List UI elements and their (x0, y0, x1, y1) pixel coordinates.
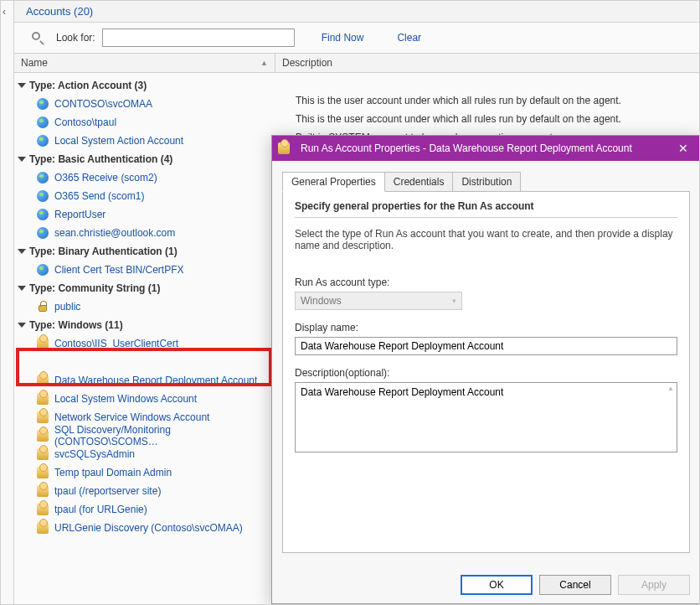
account-label: Temp tpaul Domain Admin (54, 467, 172, 478)
mgr-icon (36, 337, 49, 350)
account-item[interactable]: sean.christie@outlook.com (14, 224, 275, 242)
tab-general-properties[interactable]: General Properties (282, 172, 385, 192)
accounts-tree: Type: Action Account (3)CONTOSO\svcOMAAC… (14, 73, 275, 604)
account-label: Data Warehouse Report Deployment Account (54, 375, 257, 386)
header-bar: Accounts (20) (14, 1, 699, 23)
display-name-label: Display name: (295, 322, 677, 334)
apply-button: Apply (618, 575, 690, 595)
dialog-icon (277, 142, 291, 155)
search-row: Look for: Find Now Clear (14, 23, 699, 53)
group-header[interactable]: Type: Community String (1) (14, 279, 275, 297)
group-label: Type: Binary Authentication (1) (29, 246, 178, 257)
app-window: ‹ Accounts (20) Look for: Find Now Clear… (0, 0, 700, 605)
mgr-icon (36, 466, 49, 479)
dialog-title: Run As Account Properties - Data Warehou… (301, 142, 632, 154)
account-item[interactable]: O365 Receive (scom2) (14, 168, 275, 187)
lock-icon (36, 300, 49, 313)
account-label: Local System Action Account (54, 135, 183, 147)
account-label: tpaul (for URLGenie) (54, 504, 147, 515)
general-properties-panel: Specify general properties for the Run A… (282, 191, 690, 553)
sort-indicator-icon: ▲ (260, 59, 268, 67)
account-item[interactable]: Local System Windows Account (14, 390, 275, 408)
column-name[interactable]: Name ▲ (14, 54, 275, 72)
mgr-icon (36, 503, 49, 516)
mgr-icon (36, 484, 49, 498)
globe-icon (36, 116, 49, 129)
account-item[interactable]: SQL Discovery/Monitoring (CONTOSO\SCOMS… (14, 427, 275, 445)
caret-down-icon (18, 83, 26, 88)
account-item[interactable]: Client Cert Test BIN/CertPFX (14, 261, 275, 279)
search-input[interactable] (102, 28, 295, 47)
caret-down-icon (18, 157, 26, 162)
display-name-input[interactable] (295, 337, 677, 355)
account-item[interactable]: O365 Send (scom1) (14, 187, 275, 205)
account-item[interactable]: svcSQLSysAdmin (14, 445, 275, 463)
account-label: O365 Receive (scom2) (54, 172, 157, 184)
account-label: public (54, 301, 80, 313)
tab-distribution[interactable]: Distribution (452, 172, 521, 192)
group-label: Type: Action Account (3) (29, 80, 147, 91)
cancel-button[interactable]: Cancel (539, 575, 611, 595)
account-item[interactable]: tpaul (for URLGenie) (14, 500, 275, 519)
dialog-titlebar[interactable]: Run As Account Properties - Data Warehou… (272, 136, 700, 161)
group-header[interactable]: Type: Windows (11) (14, 316, 275, 334)
chevron-down-icon: ▾ (452, 297, 456, 305)
account-label: Network Service Windows Account (54, 411, 209, 423)
column-description[interactable]: Description (275, 54, 699, 72)
run-as-account-properties-dialog: Run As Account Properties - Data Warehou… (271, 135, 700, 604)
globe-icon (36, 171, 49, 184)
group-label: Type: Basic Authentication (4) (29, 153, 172, 165)
search-label: Look for: (56, 32, 95, 44)
caret-down-icon (18, 323, 26, 328)
account-item[interactable]: Data Warehouse Report Deployment Account (14, 371, 275, 390)
account-item[interactable]: public (14, 297, 275, 316)
mgr-icon (36, 447, 49, 461)
panel-heading: Specify general properties for the Run A… (295, 200, 677, 218)
account-item[interactable]: Temp tpaul Domain Admin (14, 463, 275, 482)
globe-icon (36, 134, 49, 147)
scrollbar-up-icon[interactable]: ▲ (667, 385, 675, 392)
account-item[interactable]: CONTOSO\svcOMAA (14, 95, 275, 113)
group-label: Type: Community String (1) (29, 282, 160, 294)
caret-down-icon (18, 249, 26, 254)
group-header[interactable]: Type: Basic Authentication (4) (14, 150, 275, 168)
page-title: Accounts (20) (26, 5, 93, 18)
account-item[interactable]: ReportUser (14, 205, 275, 224)
mgr-icon (36, 411, 49, 424)
account-item[interactable]: Local System Action Account (14, 132, 275, 150)
account-label: Client Cert Test BIN/CertPFX (54, 264, 184, 276)
globe-icon (36, 189, 49, 203)
description-textarea[interactable] (295, 382, 677, 452)
back-button[interactable]: ‹ (3, 6, 6, 18)
mgr-icon (36, 374, 49, 387)
account-item[interactable]: Contoso\tpaul (14, 113, 275, 132)
group-header[interactable]: Type: Action Account (3) (14, 76, 275, 95)
description-label: Description(optional): (295, 367, 677, 379)
close-icon[interactable]: ✕ (673, 140, 693, 157)
dialog-tabs: General Properties Credentials Distribut… (282, 171, 690, 191)
group-label: Type: Windows (11) (29, 319, 123, 331)
account-type-select: Windows ▾ (295, 292, 462, 310)
find-now-button[interactable]: Find Now (315, 28, 371, 47)
account-label: O365 Send (scom1) (54, 190, 144, 202)
account-label: sean.christie@outlook.com (54, 227, 175, 239)
account-description: This is the user account under which all… (275, 111, 641, 127)
globe-icon (36, 226, 49, 240)
clear-button[interactable]: Clear (390, 28, 428, 47)
dialog-buttons: OK Cancel Apply (461, 575, 690, 595)
left-gutter: ‹ (1, 1, 14, 605)
search-icon (31, 31, 44, 44)
account-item[interactable]: tpaul (/reportserver site) (14, 482, 275, 500)
mgr-icon (36, 429, 49, 442)
globe-icon (36, 208, 49, 221)
account-label: CONTOSO\svcOMAA (54, 98, 152, 110)
ok-button[interactable]: OK (461, 575, 533, 595)
account-item[interactable]: Contoso\IIS_UserClientCert (14, 334, 275, 353)
mgr-icon (36, 392, 49, 406)
tab-credentials[interactable]: Credentials (384, 172, 454, 192)
account-item[interactable]: URLGenie Discovery (Contoso\svcOMAA) (14, 519, 275, 537)
panel-hint: Select the type of Run As account that y… (295, 225, 677, 265)
account-label: URLGenie Discovery (Contoso\svcOMAA) (54, 522, 243, 534)
group-header[interactable]: Type: Binary Authentication (1) (14, 242, 275, 261)
account-description: This is the user account under which all… (275, 93, 641, 108)
